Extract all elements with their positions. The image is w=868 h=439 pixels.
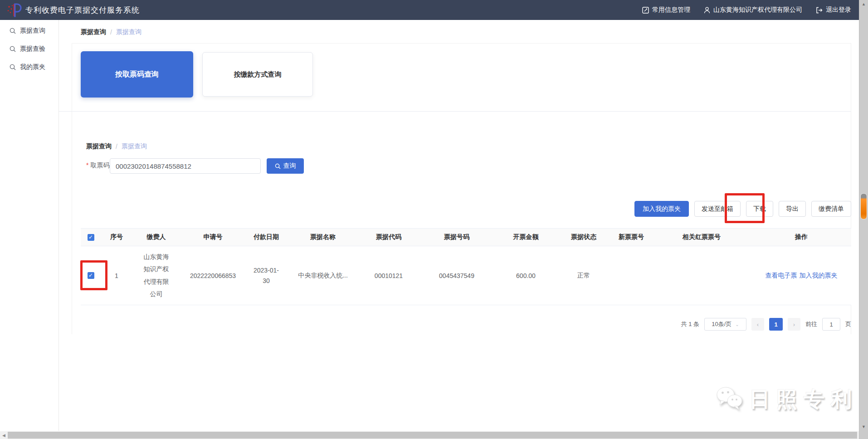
col-pay-date: 付款日期 (246, 229, 287, 246)
cell-actions: 查看电子票 加入我的票夹 (751, 246, 851, 305)
search-icon (275, 163, 281, 169)
wechat-icon (716, 386, 744, 413)
cell-amount: 600.00 (495, 246, 556, 305)
page-unit-label: 页 (845, 320, 851, 328)
scroll-left-arrow-icon[interactable]: ◀ (0, 431, 8, 439)
row-checkbox[interactable]: ✓ (88, 272, 94, 279)
sidebar-item-label: 票据查询 (20, 27, 45, 35)
cell-pay-date: 2023-01-30 (246, 246, 287, 305)
inner-breadcrumb: 票据查询 / 票据查询 (86, 142, 147, 151)
logout-icon (816, 7, 823, 14)
cell-index: 1 (101, 246, 132, 305)
user-icon (704, 7, 710, 14)
pagination-total: 共 1 条 (681, 320, 699, 328)
table-toolbar: 加入我的票夹 发送至邮箱 下载 导出 缴费清单 (634, 201, 851, 217)
col-payer: 缴费人 (132, 229, 180, 246)
horizontal-scrollbar[interactable]: ◀ (0, 431, 859, 439)
ticket-code-label: *取票码 (86, 161, 109, 170)
sidebar-item-label: 我的票夹 (20, 63, 45, 71)
nav-account-label: 山东黄海知识产权代理有限公司 (713, 6, 802, 14)
goto-page-input[interactable] (822, 318, 840, 331)
watermark-text: 日照专利 (749, 385, 858, 414)
page-number-1[interactable]: 1 (769, 318, 783, 331)
sidebar-item-label: 票据查验 (20, 45, 45, 53)
inner-breadcrumb-separator: / (116, 143, 117, 150)
search-icon (10, 28, 16, 34)
col-index: 序号 (101, 229, 132, 246)
page-size-select[interactable]: 10条/页 ⌄ (704, 318, 746, 331)
ticket-code-input[interactable] (110, 158, 261, 174)
horizontal-scrollbar-thumb[interactable] (8, 432, 857, 439)
col-new-ticket-no: 新票票号 (611, 229, 652, 246)
send-to-email-button[interactable]: 发送至邮箱 (694, 201, 741, 217)
page-footer: 党政机关 政府网站 找错 主办单位：国家知识产权局 | 咨询电话：010-623… (0, 333, 851, 379)
tab-query-by-code[interactable]: 按取票码查询 (81, 51, 193, 98)
cell-receipt-no: 0045437549 (418, 246, 495, 305)
pagination: 共 1 条 10条/页 ⌄ ‹ 1 › 前往 页 (681, 317, 851, 331)
row-add-to-wallet-link[interactable]: 加入我的票夹 (800, 272, 838, 280)
col-application-no: 申请号 (180, 229, 246, 246)
sidebar-item-receipt-verify[interactable]: 票据查验 (0, 40, 59, 58)
sidebar-item-receipt-query[interactable]: 票据查询 (0, 22, 59, 40)
cell-payer: 山东黄海知识产权代理有限公司 (132, 246, 180, 305)
watermark: 日照专利 (716, 385, 858, 414)
export-button[interactable]: 导出 (779, 201, 806, 217)
search-icon (10, 46, 16, 52)
vertical-scrollbar-thumb[interactable] (860, 193, 867, 220)
scroll-up-arrow-icon[interactable]: ▲ (859, 2, 868, 6)
receipt-table: ✓ 序号 缴费人 申请号 付款日期 票据名称 票据代码 票据号码 开票金额 票据… (81, 228, 851, 305)
inner-breadcrumb-root[interactable]: 票据查询 (86, 142, 112, 151)
nav-common-info[interactable]: 常用信息管理 (642, 6, 690, 14)
cell-new-ticket-no (611, 246, 652, 305)
cell-related-red-no (652, 246, 751, 305)
edit-icon (642, 7, 649, 14)
table-header-row: ✓ 序号 缴费人 申请号 付款日期 票据名称 票据代码 票据号码 开票金额 票据… (81, 228, 851, 246)
search-button-label: 查询 (283, 162, 296, 170)
cell-receipt-name: 中央非税收入统... (287, 246, 359, 305)
col-receipt-no: 票据号码 (418, 229, 495, 246)
tab-query-by-payment[interactable]: 按缴款方式查询 (202, 52, 313, 97)
chevron-down-icon: ⌄ (735, 322, 739, 327)
col-related-red-no: 相关红票票号 (652, 229, 751, 246)
col-receipt-name: 票据名称 (287, 229, 359, 246)
add-to-wallet-button[interactable]: 加入我的票夹 (634, 201, 689, 217)
nav-account[interactable]: 山东黄海知识产权代理有限公司 (704, 6, 802, 14)
prev-page-button[interactable]: ‹ (751, 318, 764, 331)
goto-label: 前往 (805, 320, 817, 328)
nav-logout[interactable]: 退出登录 (816, 6, 851, 14)
cell-status: 正常 (556, 246, 611, 305)
required-mark: * (86, 161, 88, 169)
view-e-receipt-link[interactable]: 查看电子票 (766, 272, 797, 280)
col-receipt-code: 票据代码 (359, 229, 418, 246)
app-logo-icon (6, 2, 22, 18)
scroll-down-arrow-icon[interactable]: ▼ (859, 424, 868, 429)
breadcrumb-separator: / (110, 29, 112, 36)
col-status: 票据状态 (556, 229, 611, 246)
top-header: 专利收费电子票据交付服务系统 常用信息管理 山东黄海知识产权代理有限公司 退出登… (0, 0, 868, 20)
breadcrumb-current: 票据查询 (116, 28, 141, 36)
breadcrumb: 票据查询 / 票据查询 (81, 28, 141, 36)
search-button[interactable]: 查询 (267, 158, 304, 174)
table-row: ✓ 1 山东黄海知识产权代理有限公司 2022220066853 2023-01… (81, 246, 851, 305)
download-button[interactable]: 下载 (746, 201, 773, 217)
next-page-button[interactable]: › (788, 318, 800, 331)
select-all-checkbox[interactable]: ✓ (88, 234, 94, 241)
app-title: 专利收费电子票据交付服务系统 (25, 5, 140, 15)
col-actions: 操作 (751, 229, 851, 246)
app-root: 专利收费电子票据交付服务系统 常用信息管理 山东黄海知识产权代理有限公司 退出登… (0, 0, 868, 439)
col-amount: 开票金额 (495, 229, 556, 246)
nav-logout-label: 退出登录 (826, 6, 851, 14)
inner-breadcrumb-current: 票据查询 (122, 142, 147, 151)
vertical-scrollbar[interactable]: ▲ ▼ (859, 0, 868, 439)
page-size-value: 10条/页 (712, 320, 731, 328)
cell-application-no: 2022220066853 (180, 246, 246, 305)
breadcrumb-root[interactable]: 票据查询 (81, 28, 106, 36)
cell-receipt-code: 00010121 (359, 246, 418, 305)
payment-list-button[interactable]: 缴费清单 (811, 201, 851, 217)
sidebar-item-my-wallet[interactable]: 我的票夹 (0, 58, 59, 76)
top-nav: 常用信息管理 山东黄海知识产权代理有限公司 退出登录 (642, 0, 851, 20)
section-divider (59, 111, 851, 112)
search-icon (10, 64, 16, 70)
nav-common-info-label: 常用信息管理 (652, 6, 690, 14)
